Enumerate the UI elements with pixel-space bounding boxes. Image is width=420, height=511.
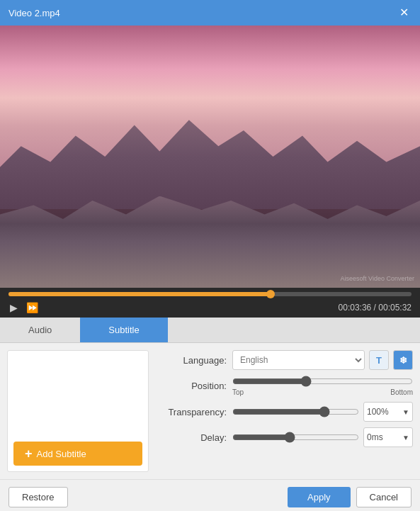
- plus-icon: +: [25, 447, 33, 460]
- controls-row: ▶ ⏩ 00:03:36 / 00:05:32: [8, 301, 412, 315]
- transparency-value-display: 100% ▼: [363, 402, 413, 422]
- cancel-button[interactable]: Cancel: [356, 487, 412, 507]
- position-label: Position:: [156, 381, 227, 391]
- title-bar: Video 2.mp4 ✕: [0, 0, 420, 26]
- footer-bar: Restore Apply Cancel: [0, 479, 420, 511]
- progress-thumb: [266, 290, 275, 298]
- play-controls: ▶ ⏩: [8, 301, 40, 315]
- subtitle-list: [8, 351, 148, 436]
- video-background: Aiseesoft Video Converter: [0, 26, 420, 288]
- language-select[interactable]: English: [232, 350, 365, 370]
- current-time: 00:03:36: [339, 303, 372, 313]
- video-preview: Aiseesoft Video Converter: [0, 26, 420, 288]
- transparency-value: 100%: [367, 407, 389, 417]
- tab-subtitle[interactable]: Subtitle: [80, 318, 167, 342]
- add-subtitle-label: Add Subtitle: [37, 449, 86, 459]
- transparency-control: 100% ▼: [232, 402, 413, 422]
- delay-control: 0ms ▼: [232, 427, 413, 447]
- controls-bar: ▶ ⏩ 00:03:36 / 00:05:32: [0, 288, 420, 318]
- foreground-layer: [0, 196, 420, 288]
- footer-right: Apply Cancel: [288, 487, 412, 507]
- transparency-row: Transparency: 100% ▼: [156, 402, 413, 422]
- position-slider[interactable]: [232, 376, 413, 387]
- apply-button[interactable]: Apply: [288, 487, 351, 507]
- footer-left: Restore: [8, 487, 68, 507]
- delay-label: Delay:: [156, 432, 227, 443]
- position-max-label: Bottom: [390, 388, 413, 396]
- restore-button[interactable]: Restore: [8, 487, 68, 507]
- position-labels: Top Bottom: [232, 388, 413, 396]
- delay-dropdown-icon[interactable]: ▼: [402, 434, 409, 442]
- position-min-label: Top: [232, 388, 244, 396]
- settings-panel: Language: English T ❄ Position: Top: [156, 350, 413, 472]
- window-title: Video 2.mp4: [8, 8, 60, 18]
- tabs-row: Audio Subtitle: [0, 318, 420, 343]
- tab-audio[interactable]: Audio: [0, 318, 80, 342]
- transparency-label: Transparency:: [156, 407, 227, 417]
- text-style-button[interactable]: T: [369, 350, 389, 370]
- snowflake-button[interactable]: ❄: [393, 350, 413, 370]
- transparency-slider[interactable]: [232, 406, 359, 417]
- language-label: Language:: [156, 355, 227, 366]
- content-area: + Add Subtitle Language: English T ❄ Pos…: [0, 343, 420, 479]
- total-time: 00:05:32: [378, 303, 412, 313]
- close-button[interactable]: ✕: [397, 6, 412, 20]
- position-control: Top Bottom: [232, 376, 413, 396]
- add-subtitle-button[interactable]: + Add Subtitle: [13, 442, 142, 466]
- delay-value: 0ms: [367, 432, 383, 442]
- language-control: English T ❄: [232, 350, 413, 370]
- time-display: 00:03:36 / 00:05:32: [339, 303, 412, 313]
- time-separator: /: [371, 303, 378, 313]
- subtitle-list-panel: + Add Subtitle: [7, 350, 149, 472]
- position-row: Position: Top Bottom: [156, 376, 413, 396]
- delay-row: Delay: 0ms ▼: [156, 427, 413, 447]
- bottom-panel: Audio Subtitle + Add Subtitle Language: …: [0, 318, 420, 479]
- delay-value-display: 0ms ▼: [363, 427, 413, 447]
- progress-bar[interactable]: [8, 292, 412, 296]
- transparency-dropdown-icon[interactable]: ▼: [402, 408, 409, 416]
- language-row: Language: English T ❄: [156, 350, 413, 370]
- delay-slider[interactable]: [232, 432, 359, 443]
- play-button[interactable]: ▶: [8, 301, 19, 315]
- fast-forward-button[interactable]: ⏩: [25, 301, 40, 315]
- watermark: Aiseesoft Video Converter: [341, 275, 414, 282]
- progress-fill: [8, 292, 271, 296]
